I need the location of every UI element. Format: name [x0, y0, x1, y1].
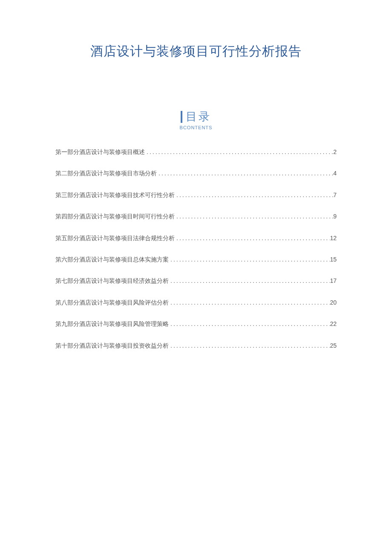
document-title: 酒店设计与装修项目可行性分析报告 — [55, 43, 337, 60]
toc-dots — [145, 147, 333, 157]
toc-item-page: 20 — [330, 298, 337, 307]
toc-item: 第二部分酒店设计与装修项目市场分析 4 — [55, 169, 337, 178]
toc-item: 第十部分酒店设计与装修项目投资收益分析 25 — [55, 341, 337, 350]
toc-label: 目录 — [186, 109, 211, 124]
toc-item-text: 第四部分酒店设计与装修项目时间可行性分析 — [55, 212, 175, 221]
toc-dots — [169, 341, 330, 350]
toc-item-page: 9 — [333, 212, 337, 221]
toc-item: 第七部分酒店设计与装修项目经济效益分析 17 — [55, 276, 337, 285]
toc-dots — [175, 190, 333, 200]
toc-item-page: 4 — [333, 169, 337, 178]
toc-item-text: 第十部分酒店设计与装修项目投资收益分析 — [55, 341, 169, 350]
toc-item: 第四部分酒店设计与装修项目时间可行性分析 9 — [55, 212, 337, 221]
toc-sublabel: BCONTENTS — [180, 125, 213, 130]
toc-header: 目录 BCONTENTS — [55, 109, 337, 130]
toc-item-text: 第一部分酒店设计与装修项目概述 — [55, 147, 145, 157]
toc-item-page: 17 — [330, 276, 337, 285]
toc-dots — [169, 319, 330, 328]
toc-list: 第一部分酒店设计与装修项目概述 2 第二部分酒店设计与装修项目市场分析 4 第三… — [55, 147, 337, 350]
toc-item-text: 第七部分酒店设计与装修项目经济效益分析 — [55, 276, 169, 285]
toc-item: 第六部分酒店设计与装修项目总体实施方案 15 — [55, 255, 337, 264]
toc-dots — [169, 276, 330, 285]
toc-item: 第九部分酒店设计与装修项目风险管理策略 22 — [55, 319, 337, 328]
toc-item-text: 第三部分酒店设计与装修项目技术可行性分析 — [55, 190, 175, 200]
toc-item-text: 第六部分酒店设计与装修项目总体实施方案 — [55, 255, 169, 264]
toc-item-page: 22 — [330, 319, 337, 328]
toc-item-text: 第五部分酒店设计与装修项目法律合规性分析 — [55, 233, 175, 243]
accent-bar-icon — [181, 111, 182, 123]
toc-dots — [175, 233, 330, 243]
toc-dots — [169, 255, 330, 264]
toc-item: 第八部分酒店设计与装修项目风险评估分析 20 — [55, 298, 337, 307]
toc-label-row: 目录 — [181, 109, 211, 124]
toc-item-page: 25 — [330, 341, 337, 350]
toc-item: 第三部分酒店设计与装修项目技术可行性分析 7 — [55, 190, 337, 200]
toc-dots — [175, 212, 333, 221]
toc-dots — [157, 169, 333, 178]
toc-item-text: 第八部分酒店设计与装修项目风险评估分析 — [55, 298, 169, 307]
toc-item-text: 第二部分酒店设计与装修项目市场分析 — [55, 169, 157, 178]
toc-item-page: 7 — [333, 190, 337, 200]
toc-item-page: 15 — [330, 255, 337, 264]
toc-item-page: 12 — [330, 233, 337, 243]
toc-item: 第五部分酒店设计与装修项目法律合规性分析 12 — [55, 233, 337, 243]
toc-dots — [169, 298, 330, 307]
toc-item: 第一部分酒店设计与装修项目概述 2 — [55, 147, 337, 157]
toc-item-page: 2 — [333, 147, 337, 157]
toc-item-text: 第九部分酒店设计与装修项目风险管理策略 — [55, 319, 169, 328]
